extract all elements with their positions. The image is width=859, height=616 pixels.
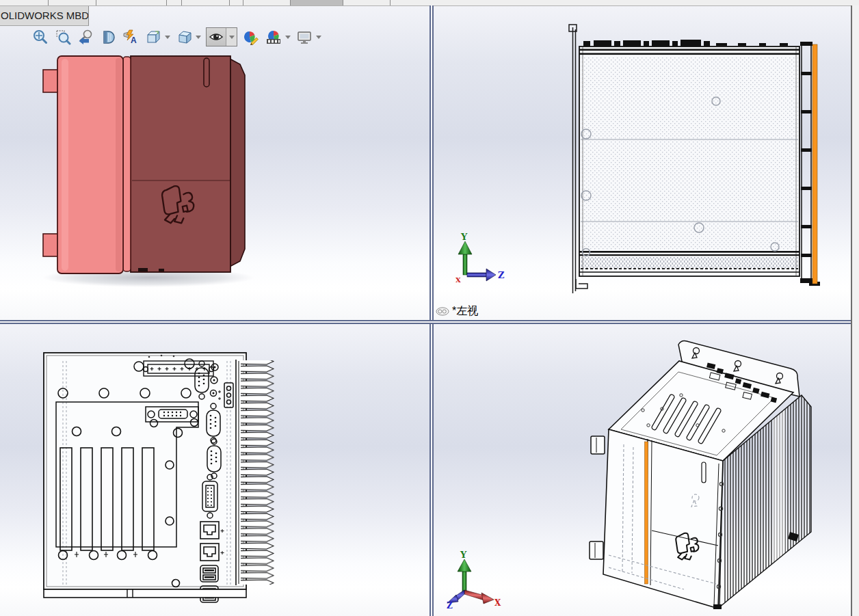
zoom-to-area-icon[interactable] bbox=[54, 28, 72, 46]
svg-text:A: A bbox=[131, 36, 137, 45]
orange-accent-strip bbox=[812, 44, 817, 284]
svg-text:Y: Y bbox=[460, 551, 467, 560]
view-indicator-icon bbox=[436, 307, 449, 316]
viewport-splitter-vertical[interactable] bbox=[430, 5, 434, 616]
axis-triad: Y X Z bbox=[449, 232, 506, 283]
svg-text:X: X bbox=[455, 276, 461, 283]
svg-text:Z: Z bbox=[447, 601, 453, 608]
view-label-text: *左视 bbox=[452, 304, 478, 319]
tab-solidworks-mbd[interactable]: OLIDWORKS MBD bbox=[0, 6, 89, 26]
eye-icon[interactable] bbox=[207, 28, 226, 46]
zoom-to-fit-icon[interactable] bbox=[31, 28, 49, 46]
hide-show-items-button[interactable] bbox=[206, 27, 237, 46]
svg-text:Y: Y bbox=[460, 232, 468, 242]
svg-text:Z: Z bbox=[498, 270, 505, 280]
chevron-down-icon[interactable] bbox=[226, 28, 237, 46]
apply-scene-icon[interactable] bbox=[265, 28, 282, 46]
wireframe-isometric-view[interactable] bbox=[581, 328, 855, 616]
view-settings-icon[interactable] bbox=[295, 28, 313, 46]
shaded-model-front[interactable] bbox=[36, 49, 261, 299]
wireframe-rear-view[interactable] bbox=[27, 328, 424, 616]
orange-accent-strip bbox=[645, 442, 648, 584]
view-label[interactable]: *左视 bbox=[436, 304, 478, 319]
heads-up-toolbar: A bbox=[31, 27, 321, 46]
edit-appearance-icon[interactable] bbox=[242, 28, 260, 46]
chevron-down-icon[interactable] bbox=[165, 36, 170, 39]
chevron-down-icon[interactable] bbox=[316, 36, 321, 39]
svg-text:X: X bbox=[494, 598, 501, 608]
axis-triad: Y X Z bbox=[446, 551, 503, 608]
active-tab-edge bbox=[290, 0, 343, 5]
view-orientation-icon[interactable] bbox=[144, 28, 162, 46]
3d-drawing-view-icon[interactable]: A bbox=[122, 28, 140, 46]
chevron-down-icon[interactable] bbox=[285, 36, 291, 39]
viewport-splitter-horizontal[interactable] bbox=[0, 320, 851, 324]
chevron-down-icon[interactable] bbox=[196, 36, 201, 39]
section-view-icon[interactable] bbox=[99, 28, 117, 46]
display-style-icon[interactable] bbox=[175, 28, 193, 46]
previous-view-icon[interactable] bbox=[77, 28, 94, 46]
